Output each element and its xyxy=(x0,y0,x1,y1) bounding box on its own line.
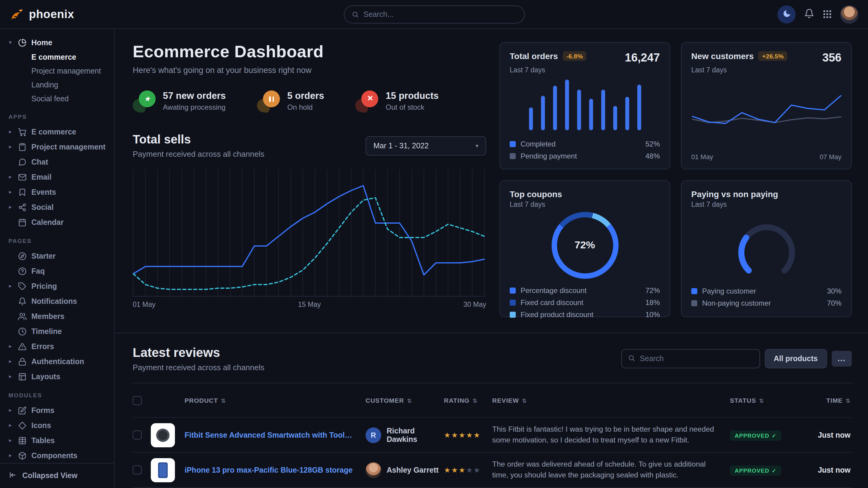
top-coupons-card: Top coupons Last 7 days 72% Percentage d… xyxy=(499,180,670,317)
pause-icon xyxy=(257,90,280,112)
sidebar-item-events[interactable]: ▸Events xyxy=(7,185,107,199)
sidebar-item-label: Email xyxy=(31,173,52,181)
sidebar-item-label: Starter xyxy=(31,252,56,260)
sidebar-item-label: Forms xyxy=(31,406,54,415)
chevron-right-icon: ▸ xyxy=(7,423,13,428)
sidebar-item-authentication[interactable]: ▸Authentication xyxy=(7,354,107,369)
collapse-label: Collapsed View xyxy=(22,471,78,480)
product-image[interactable] xyxy=(151,423,175,447)
brand[interactable]: phoenix xyxy=(10,7,115,22)
status-cell: APPROVED✓ xyxy=(730,464,800,476)
sidebar-item-label: Icons xyxy=(31,421,51,429)
customer-cell[interactable]: Ashley Garrett xyxy=(366,462,444,478)
all-products-button[interactable]: All products xyxy=(765,349,827,368)
sidebar-item-notifications[interactable]: Notifications xyxy=(7,294,107,308)
chevron-right-icon: ▸ xyxy=(7,174,13,180)
legend-item-fixed-card-discount: Fixed card discount18% xyxy=(510,297,660,307)
collapse-sidebar-button[interactable]: Collapsed View xyxy=(0,463,114,488)
chevron-down-icon: ▾ xyxy=(7,40,13,45)
customer-avatar: R xyxy=(366,427,381,443)
sidebar-item-social-feed[interactable]: Social feed xyxy=(7,92,107,105)
reviews-search-input[interactable] xyxy=(640,355,753,363)
sidebar-item-errors[interactable]: ▸Errors xyxy=(7,339,107,354)
reviews-search[interactable] xyxy=(621,349,760,368)
table-icon xyxy=(18,436,27,445)
review-text: This Fitbit is fantastic! I was trying t… xyxy=(492,424,730,446)
sidebar-item-label: Notifications xyxy=(31,297,77,305)
app-root: phoenix ▾HomeE commerceProject managemen… xyxy=(0,0,868,488)
legend-swatch xyxy=(510,287,516,293)
sort-icon: ⇅ xyxy=(471,398,477,404)
theme-toggle-button[interactable] xyxy=(777,5,796,23)
column-header-product[interactable]: PRODUCT ⇅ xyxy=(185,397,366,404)
chevron-right-icon: ▸ xyxy=(7,189,13,195)
moon-icon xyxy=(782,9,791,20)
sidebar-item-email[interactable]: ▸Email xyxy=(7,169,107,185)
stat-out-of-stock: 15 productsOut of stock xyxy=(355,90,439,112)
search-icon xyxy=(628,353,635,364)
sidebar-item-components[interactable]: ▸Components xyxy=(7,448,107,463)
row-checkbox[interactable] xyxy=(133,465,142,475)
sidebar-item-faq[interactable]: Faq xyxy=(7,263,107,279)
card-value: 356 xyxy=(823,51,841,65)
more-options-button[interactable]: ... xyxy=(832,351,852,366)
sidebar-item-pricing[interactable]: ▸Pricing xyxy=(7,279,107,294)
sidebar-item-home[interactable]: ▾Home xyxy=(7,35,107,50)
sidebar-item-starter[interactable]: Starter xyxy=(7,248,107,263)
column-header-time[interactable]: TIME ⇅ xyxy=(800,397,852,404)
legend-value: 72% xyxy=(645,286,660,294)
date-range-select[interactable]: Mar 1 - 31, 2022 ▾ xyxy=(366,136,486,155)
sidebar-item-calendar[interactable]: Calendar xyxy=(7,215,107,230)
select-all-checkbox[interactable] xyxy=(133,396,142,405)
product-link[interactable]: Fitbit Sense Advanced Smartwatch with To… xyxy=(185,431,366,439)
chevron-right-icon: ▸ xyxy=(7,283,13,289)
notifications-button[interactable] xyxy=(804,8,814,20)
card-title: New customers xyxy=(691,51,754,61)
paying-gauge-chart xyxy=(721,214,812,283)
time-cell: Just now xyxy=(800,466,852,474)
check-icon: ✓ xyxy=(772,467,777,474)
sidebar-item-chat[interactable]: Chat xyxy=(7,154,107,169)
user-avatar[interactable] xyxy=(840,5,858,23)
legend-value: 52% xyxy=(645,139,660,148)
stat-awating-processing: 57 new ordersAwating processing xyxy=(133,90,226,112)
status-badge: APPROVED✓ xyxy=(730,465,781,476)
sidebar-item-forms[interactable]: ▸Forms xyxy=(7,403,107,418)
sidebar-item-icons[interactable]: ▸Icons xyxy=(7,418,107,433)
sidebar-item-members[interactable]: Members xyxy=(7,308,107,324)
legend-label: Fixed card discount xyxy=(521,298,583,306)
time-cell: Just now xyxy=(800,431,852,439)
sidebar-item-layouts[interactable]: ▸Layouts xyxy=(7,369,107,384)
search-input[interactable] xyxy=(364,10,517,19)
reviews-table: PRODUCT ⇅CUSTOMER ⇅RATING ⇅REVIEW ⇅STATU… xyxy=(133,383,852,488)
column-header-review[interactable]: REVIEW ⇅ xyxy=(492,397,730,404)
x-tick-label: 07 May xyxy=(820,153,841,160)
column-header-status[interactable]: STATUS ⇅ xyxy=(730,397,800,404)
customer-cell[interactable]: RRichard Dawkins xyxy=(366,426,444,444)
apps-button[interactable] xyxy=(823,10,832,19)
package-icon xyxy=(18,451,27,460)
sidebar-item-label: Project management xyxy=(31,142,105,151)
legend-value: 18% xyxy=(645,298,660,306)
column-header-rating[interactable]: RATING ⇅ xyxy=(444,397,492,404)
row-checkbox[interactable] xyxy=(133,430,142,440)
sidebar-item-tables[interactable]: ▸Tables xyxy=(7,433,107,448)
navbar-actions xyxy=(777,5,858,23)
product-link[interactable]: iPhone 13 pro max-Pacific Blue-128GB sto… xyxy=(185,466,366,474)
sidebar-item-landing[interactable]: Landing xyxy=(7,78,107,92)
global-search[interactable] xyxy=(343,5,525,23)
new-customers-chart xyxy=(691,86,841,143)
donut-center-label: 72% xyxy=(551,212,619,279)
sidebar-item-project-management[interactable]: ▸Project management xyxy=(7,139,107,154)
sidebar-item-project-management[interactable]: Project management xyxy=(7,64,107,78)
sidebar-item-e-commerce[interactable]: ▸E commerce xyxy=(7,124,107,139)
sidebar-item-e-commerce[interactable]: E commerce xyxy=(7,50,107,64)
phoenix-logo-icon xyxy=(10,7,24,22)
sidebar-item-timeline[interactable]: Timeline xyxy=(7,324,107,339)
sidebar-item-social[interactable]: ▸Social xyxy=(7,199,107,215)
legend-item-completed: Completed52% xyxy=(510,139,660,149)
pause-icon xyxy=(263,90,280,107)
column-header-customer[interactable]: CUSTOMER ⇅ xyxy=(366,397,444,404)
product-image[interactable] xyxy=(151,458,175,482)
stat-caption: On hold xyxy=(287,103,313,111)
